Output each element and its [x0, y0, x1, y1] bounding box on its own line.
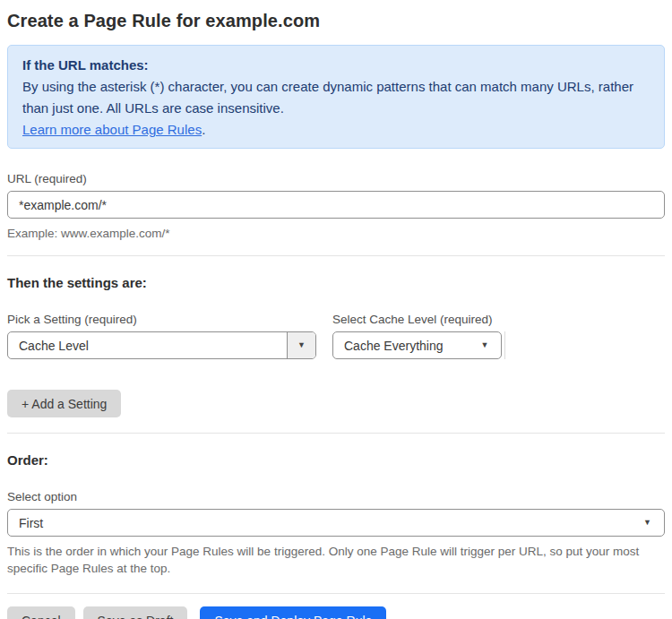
- cache-level-value: Cache Everything: [344, 339, 481, 353]
- divider: [7, 593, 665, 594]
- cancel-button[interactable]: Cancel: [7, 606, 75, 619]
- learn-more-link[interactable]: Learn more about Page Rules: [22, 122, 202, 137]
- order-select-value: First: [19, 516, 43, 530]
- setting-picker-label: Pick a Setting (required): [7, 313, 316, 326]
- chevron-down-icon: ▼: [643, 519, 651, 527]
- chevron-down-icon: ▼: [481, 341, 489, 349]
- order-select-label: Select option: [7, 490, 665, 503]
- settings-section-heading: Then the settings are:: [7, 275, 665, 290]
- order-helper-text: This is the order in which your Page Rul…: [7, 543, 665, 577]
- url-example-helper: Example: www.example.com/*: [7, 225, 665, 242]
- save-and-deploy-button[interactable]: Save and Deploy Page Rule: [200, 606, 386, 619]
- order-section-heading: Order:: [7, 452, 665, 468]
- url-input[interactable]: [7, 191, 665, 219]
- page-title: Create a Page Rule for example.com: [7, 11, 665, 31]
- url-field-label: URL (required): [7, 172, 665, 185]
- add-setting-button[interactable]: + Add a Setting: [7, 390, 121, 417]
- cache-level-dropdown[interactable]: Cache Everything ▼: [332, 331, 502, 359]
- settings-row: Pick a Setting (required) Cache Level ▼ …: [7, 313, 665, 359]
- divider: [7, 433, 665, 434]
- add-setting-wrap: + Add a Setting: [7, 390, 665, 417]
- info-box-heading: If the URL matches:: [22, 55, 650, 76]
- link-suffix: .: [202, 122, 205, 137]
- order-select[interactable]: First ▼: [7, 509, 665, 537]
- setting-picker-column: Pick a Setting (required) Cache Level ▼: [7, 313, 316, 359]
- info-box-body: By using the asterisk (*) character, you…: [22, 76, 650, 119]
- cache-level-label: Select Cache Level (required): [332, 313, 505, 326]
- cache-level-column: Select Cache Level (required) Cache Ever…: [332, 313, 505, 359]
- setting-row-separator: [504, 331, 505, 359]
- setting-picker-arrow-button[interactable]: ▼: [287, 332, 315, 358]
- divider: [7, 255, 665, 256]
- setting-picker-dropdown[interactable]: Cache Level ▼: [7, 331, 316, 359]
- footer-buttons: Cancel Save as Draft Save and Deploy Pag…: [7, 606, 665, 619]
- url-match-info-box: If the URL matches: By using the asteris…: [7, 45, 665, 149]
- create-page-rule-form: Create a Page Rule for example.com If th…: [0, 0, 672, 619]
- info-box-link-line: Learn more about Page Rules.: [22, 119, 650, 141]
- setting-picker-value: Cache Level: [8, 332, 287, 358]
- save-as-draft-button[interactable]: Save as Draft: [83, 606, 188, 619]
- chevron-down-icon: ▼: [297, 341, 306, 349]
